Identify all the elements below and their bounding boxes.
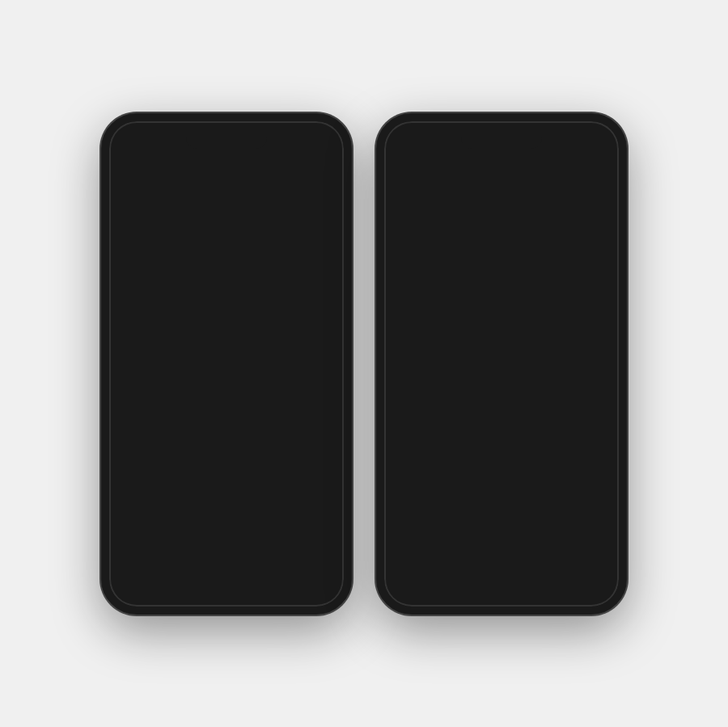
classes-icon [171, 563, 188, 577]
nav-label-profile-2: PROFILE [578, 581, 613, 590]
nav-label-explore-2: EXPLORE [389, 581, 427, 590]
svg-rect-10 [447, 564, 462, 574]
recipes-icon-container-2 [490, 560, 513, 580]
classes-icon-container [168, 560, 191, 580]
phone-screen-1: ← ↗ ⚑ Instant Pot Carnitas ★★★★★ See 10 [109, 121, 344, 607]
recipes-icon-container [215, 560, 238, 580]
frittata-image [384, 491, 502, 549]
explore-icon-2: ✦ [401, 560, 415, 580]
nav-item-explore-2[interactable]: ✦ EXPLORE [384, 560, 431, 590]
recipe-meta: TOTAL 1 hr 40 min LEVEL Easy ACTIVE 15 m… [122, 423, 331, 456]
meta-value-yield: 4 servings [265, 436, 306, 446]
nav-bar-2: ← ↗ ⚑ [384, 131, 619, 167]
classes-icon-container-2 [443, 560, 466, 580]
nav-item-shows-2[interactable]: SHOWS [525, 560, 572, 590]
back-button[interactable]: ← [122, 139, 138, 158]
nav-label-shows-2: SHOWS [534, 581, 564, 590]
profile-icon-2 [586, 561, 604, 579]
ingredients-label: INGREDIENTS [122, 466, 197, 477]
play-button[interactable] [205, 197, 248, 239]
explore-icon-container-2: ✦ [396, 560, 419, 580]
star-rating: ★★★★★ [122, 350, 183, 366]
card-star-rating-1: ★★★★★ [392, 459, 433, 470]
nav-right: ↗ ⚑ [294, 140, 331, 158]
profile-icon-container [309, 560, 332, 580]
bookmark-icon[interactable]: ⚑ [318, 140, 331, 158]
card-body-2: FOOD NETWORK KITCHEN White Bean Soup wit… [502, 412, 620, 491]
back-button-2[interactable]: ← [397, 139, 413, 158]
meta-value-active: 15 min [163, 436, 190, 446]
nav-item-classes[interactable]: CLASSES [156, 560, 203, 590]
phone-screen-2: ← ↗ ⚑ HEALTHY BEAT-THE-CLOCK DINNERS 22 … [384, 121, 619, 607]
salad-grain [461, 356, 493, 384]
shows-icon-container [262, 560, 285, 580]
share-icon[interactable]: ↗ [294, 140, 307, 158]
nav-item-profile[interactable]: PROFILE [297, 560, 344, 590]
recipe-cards-grid: FOOD NETWORK KITCHEN Chicken, Rice and G… [384, 332, 619, 550]
profile-icon [311, 561, 329, 579]
svg-marker-18 [547, 568, 552, 573]
nav-item-recipes[interactable]: RECIPES [203, 560, 250, 590]
nav-label-shows: SHOWS [259, 581, 289, 590]
recipe-card-2[interactable]: FOOD NETWORK KITCHEN White Bean Soup wit… [502, 332, 620, 491]
nav-item-profile-2[interactable]: PROFILE [572, 560, 619, 590]
shredded-1 [158, 283, 222, 299]
card-image-2 [502, 332, 620, 412]
nav-right-2: ↗ ⚑ [569, 140, 606, 158]
nav-item-classes-2[interactable]: CLASSES [431, 560, 478, 590]
phone2-content-area: ← ↗ ⚑ HEALTHY BEAT-THE-CLOCK DINNERS 22 … [384, 121, 619, 550]
card-body-1: FOOD NETWORK KITCHEN Chicken, Rice and G… [384, 412, 502, 477]
grain-image [502, 491, 620, 549]
select-all-row: Select All [122, 486, 331, 504]
ingredients-header: INGREDIENTS Add notes 📋 [122, 466, 331, 478]
cook-step-button[interactable]: COOK STEP BY STEP [143, 512, 310, 543]
bookmark-icon-2[interactable]: ⚑ [593, 140, 606, 158]
select-all-text: Select All [148, 488, 195, 501]
lime-decoration [121, 251, 162, 291]
hero-title-2: BEAT-THE-CLOCK [397, 214, 594, 238]
fork-decoration [408, 400, 433, 412]
nav-label-recipes: RECIPES [209, 581, 243, 590]
card-stars-row-2: ★★★★★ (40) [510, 473, 612, 484]
nav-label-classes-2: CLASSES [436, 581, 473, 590]
card-source-2: FOOD NETWORK KITCHEN [510, 419, 612, 426]
nav-label-profile: PROFILE [303, 581, 338, 590]
nav-item-recipes-2[interactable]: RECIPES [478, 560, 525, 590]
card-stars-row-1: ★★★★★ (50) [392, 459, 493, 470]
add-notes-button[interactable]: Add notes 📋 [267, 466, 331, 478]
meta-value-level: Easy [265, 423, 285, 433]
hero-title-1: HEALTHY [397, 192, 594, 215]
card-title-1: Chicken, Rice and Grape Salad [392, 429, 493, 456]
nav-item-explore[interactable]: ✦ EXPLORE [109, 560, 156, 590]
nav-label-classes: CLASSES [161, 581, 198, 590]
recipe-card-3[interactable]: FOOD NETWORK KITCHEN Vegetable Frittata … [384, 491, 502, 549]
shows-icon-2 [540, 563, 557, 577]
recipes-icon-2 [493, 561, 510, 579]
shows-icon-container-2 [537, 560, 560, 580]
nav-item-shows[interactable]: SHOWS [250, 560, 297, 590]
svg-point-19 [592, 564, 599, 571]
fn-logo-text: foodnetwork [125, 381, 150, 395]
select-all-checkbox[interactable] [122, 486, 140, 504]
salad-image [384, 332, 502, 412]
card-reviews-1: (50) [435, 460, 451, 470]
meta-yield: YIELD 4 servings [226, 436, 331, 446]
meta-label-level: LEVEL [226, 423, 259, 433]
reviews-link[interactable]: See 100 Reviews [188, 352, 269, 364]
soup-image [502, 332, 620, 412]
meta-level: LEVEL Easy [226, 423, 331, 433]
recipes-hero: ← ↗ ⚑ HEALTHY BEAT-THE-CLOCK DINNERS 22 … [384, 121, 619, 332]
card-source-1: FOOD NETWORK KITCHEN [392, 419, 493, 426]
play-triangle-icon [221, 210, 235, 226]
bottom-nav-1: ✦ EXPLORE CLASSES [109, 550, 344, 607]
salad-greens [392, 340, 449, 380]
recipe-card-4[interactable]: FOOD NETWORK KITCHEN Grain Bowl with Roa… [502, 491, 620, 549]
recipe-hero-image: ← ↗ ⚑ [109, 121, 344, 315]
svg-marker-8 [272, 568, 277, 573]
meta-label-active: ACTIVE [122, 436, 157, 446]
hero-badge[interactable]: 22 RECIPES [397, 268, 480, 283]
hero-title-3: DINNERS [397, 238, 594, 261]
recipe-card-1[interactable]: FOOD NETWORK KITCHEN Chicken, Rice and G… [384, 332, 502, 491]
author-name: Food Network Kitchen [159, 382, 271, 395]
share-icon-2[interactable]: ↗ [569, 140, 582, 158]
